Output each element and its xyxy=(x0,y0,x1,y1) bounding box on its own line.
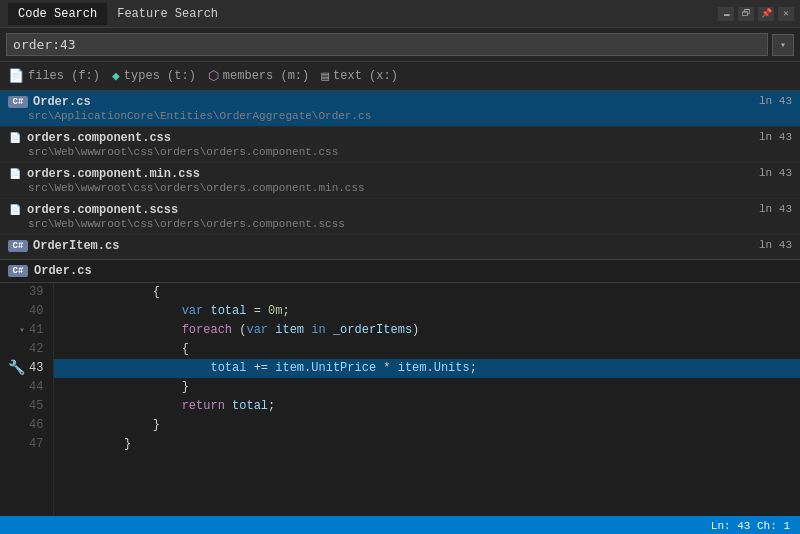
cs-badge: C# xyxy=(8,96,28,108)
result-item-content: C# OrderItem.cs xyxy=(8,239,119,254)
result-item-content: 📄 orders.component.min.css src\Web\wwwro… xyxy=(8,167,365,194)
result-item-content: 📄 orders.component.scss src\Web\wwwroot\… xyxy=(8,203,345,230)
result-filepath: src\Web\wwwroot\css\orders\orders.compon… xyxy=(8,146,338,158)
cs-badge: C# xyxy=(8,240,28,252)
members-icon: ⬡ xyxy=(208,68,219,84)
code-line: foreach (var item in _orderItems) xyxy=(54,321,800,340)
preview-title: Order.cs xyxy=(34,264,92,278)
result-item[interactable]: 📄 orders.component.css src\Web\wwwroot\c… xyxy=(0,127,800,163)
result-line-count: ln 43 xyxy=(759,203,792,215)
result-item[interactable]: C# OrderItem.cs ln 43 xyxy=(0,235,800,259)
results-list: C# Order.cs src\ApplicationCore\Entities… xyxy=(0,91,800,260)
code-lines: { var total = 0m; foreach (var item in _… xyxy=(54,283,800,516)
code-preview-header: C# Order.cs xyxy=(0,260,800,283)
code-line: } xyxy=(54,378,800,397)
line-number: 47 xyxy=(8,435,43,454)
file-icon: 📄 xyxy=(8,167,22,181)
filename-text: orders.component.scss xyxy=(27,203,178,217)
result-filename: 📄 orders.component.css xyxy=(8,131,338,145)
result-line-count: ln 43 xyxy=(759,95,792,107)
expand-button[interactable]: ▾ xyxy=(772,34,794,56)
filter-tab-files[interactable]: 📄 files (f:) xyxy=(8,66,100,86)
result-item[interactable]: 📄 orders.component.min.css src\Web\wwwro… xyxy=(0,163,800,199)
file-icon: 📄 xyxy=(8,131,22,145)
filter-tab-members[interactable]: ⬡ members (m:) xyxy=(208,66,309,86)
result-item-content: C# Order.cs src\ApplicationCore\Entities… xyxy=(8,95,371,122)
filename-text: orders.component.css xyxy=(27,131,171,145)
search-input[interactable] xyxy=(6,33,768,56)
line-number: 42 xyxy=(8,340,43,359)
result-item-content: 📄 orders.component.css src\Web\wwwroot\c… xyxy=(8,131,338,158)
result-filepath: src\Web\wwwroot\css\orders\orders.compon… xyxy=(8,218,345,230)
line-number-active: 🔧 43 xyxy=(8,359,43,378)
title-bar: Code Search Feature Search 🗕 🗗 📌 ✕ xyxy=(0,0,800,28)
minimize-button[interactable]: 🗕 xyxy=(718,7,734,21)
result-item[interactable]: C# Order.cs src\ApplicationCore\Entities… xyxy=(0,91,800,127)
code-line: var total = 0m; xyxy=(54,302,800,321)
close-button[interactable]: ✕ xyxy=(778,7,794,21)
result-filepath: src\ApplicationCore\Entities\OrderAggreg… xyxy=(8,110,371,122)
filter-tab-types[interactable]: ◆ types (t:) xyxy=(112,66,196,86)
result-filename: C# Order.cs xyxy=(8,95,371,109)
filter-tabs: 📄 files (f:) ◆ types (t:) ⬡ members (m:)… xyxy=(0,62,800,91)
result-filename: 📄 orders.component.min.css xyxy=(8,167,365,181)
line-number: ▾ 41 xyxy=(8,321,43,340)
filename-text: orders.component.min.css xyxy=(27,167,200,181)
pin-button[interactable]: 📌 xyxy=(758,7,774,21)
filter-tab-text[interactable]: ▤ text (x:) xyxy=(321,66,398,86)
result-line-count: ln 43 xyxy=(759,239,792,251)
filter-tab-files-label: files (f:) xyxy=(28,69,100,83)
tab-code-search[interactable]: Code Search xyxy=(8,3,107,25)
status-bar: Ln: 43 Ch: 1 xyxy=(0,516,800,534)
file-icon: 📄 xyxy=(8,203,22,217)
result-line-count: ln 43 xyxy=(759,131,792,143)
code-line: } xyxy=(54,416,800,435)
code-line: { xyxy=(54,340,800,359)
code-line: { xyxy=(54,283,800,302)
filter-tab-text-label: text (x:) xyxy=(333,69,398,83)
restore-button[interactable]: 🗗 xyxy=(738,7,754,21)
code-line-highlighted: total += item.UnitPrice * item.Units; xyxy=(54,359,800,378)
line-number: 45 xyxy=(8,397,43,416)
result-filepath: src\Web\wwwroot\css\orders\orders.compon… xyxy=(8,182,365,194)
code-line: } xyxy=(54,435,800,454)
window-controls: 🗕 🗗 📌 ✕ xyxy=(718,7,794,21)
types-icon: ◆ xyxy=(112,68,120,84)
cursor-position: Ln: 43 Ch: 1 xyxy=(711,520,790,532)
line-number: 46 xyxy=(8,416,43,435)
result-filename: C# OrderItem.cs xyxy=(8,239,119,253)
filter-tab-types-label: types (t:) xyxy=(124,69,196,83)
line-number: 40 xyxy=(8,302,43,321)
search-bar: ▾ xyxy=(0,28,800,62)
line-number: 39 xyxy=(8,283,43,302)
breakpoint-icon: 🔧 xyxy=(8,359,25,378)
fold-arrow-icon[interactable]: ▾ xyxy=(19,321,25,340)
filter-tab-members-label: members (m:) xyxy=(223,69,309,83)
code-line: return total; xyxy=(54,397,800,416)
filename-text: OrderItem.cs xyxy=(33,239,119,253)
result-filename: 📄 orders.component.scss xyxy=(8,203,345,217)
text-icon: ▤ xyxy=(321,68,329,84)
filename-text: Order.cs xyxy=(33,95,91,109)
line-numbers: 39 40 ▾ 41 42 🔧 43 44 45 46 47 xyxy=(0,283,54,516)
preview-cs-badge: C# xyxy=(8,265,28,277)
result-line-count: ln 43 xyxy=(759,167,792,179)
code-area[interactable]: 39 40 ▾ 41 42 🔧 43 44 45 46 47 { var tot… xyxy=(0,283,800,516)
tab-feature-search[interactable]: Feature Search xyxy=(107,3,228,25)
result-item[interactable]: 📄 orders.component.scss src\Web\wwwroot\… xyxy=(0,199,800,235)
line-number: 44 xyxy=(8,378,43,397)
files-icon: 📄 xyxy=(8,68,24,84)
